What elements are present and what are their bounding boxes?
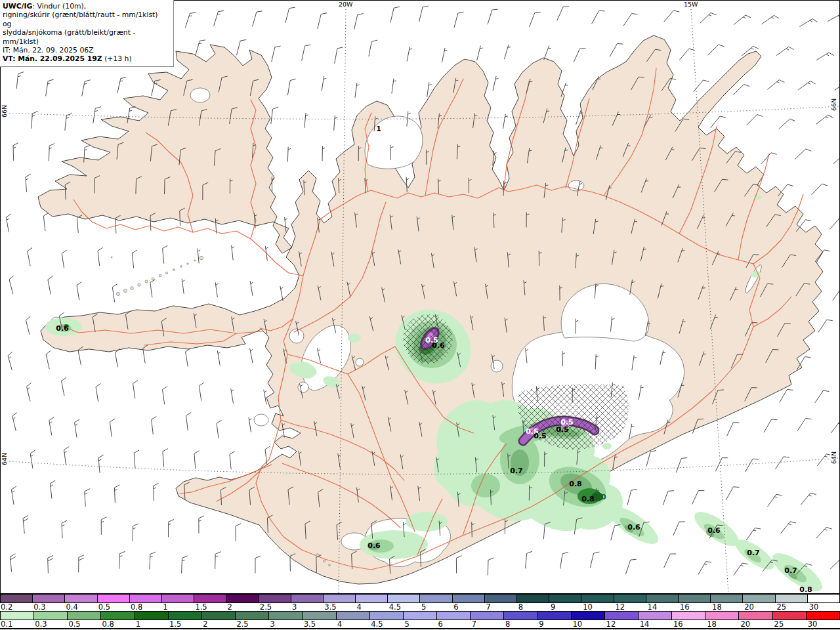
- graticule-label-66n: 66N: [830, 98, 837, 112]
- scale-label: 9: [539, 620, 543, 629]
- scale-label: 25: [774, 620, 784, 629]
- scale-cell-30: [807, 612, 840, 620]
- scale-cell-5: [420, 595, 452, 602]
- scale-label: 4: [337, 620, 342, 629]
- scale-label: 12: [615, 602, 625, 612]
- scale-label: 0.4: [66, 602, 77, 612]
- scale-cell-1: [135, 612, 169, 620]
- precip-value-label: 0.7: [510, 467, 523, 475]
- scale-cell-0.3: [34, 612, 68, 620]
- scale-label: 16: [673, 620, 683, 629]
- scale-cell-25: [776, 595, 808, 602]
- scale-cell-8: [504, 612, 537, 620]
- glacier-drangajokull: [190, 88, 210, 102]
- scale-cell-6: [453, 595, 485, 602]
- scale-cell-18: [711, 595, 743, 602]
- scale-cell-2: [202, 612, 236, 620]
- scale-cell-7: [485, 595, 517, 602]
- scale-cell-0.1: [0, 612, 34, 620]
- scale-label: 30: [809, 602, 819, 612]
- scale-cell-2.5: [236, 612, 269, 620]
- scale-cell-1: [162, 595, 194, 602]
- precip-value-label: 0.8: [581, 495, 595, 503]
- scale-cell-4.5: [370, 612, 404, 620]
- scale-label: 20: [740, 620, 750, 629]
- precip-value-label: 0.6: [432, 341, 445, 350]
- scale-label: 30: [808, 620, 818, 629]
- scale-cell-3: [269, 612, 303, 620]
- title-line-4: IT: Mán. 22. 09. 2025 06Z: [3, 46, 168, 54]
- scale-cell-0.2: [0, 595, 33, 602]
- scale-cell-16: [672, 612, 705, 620]
- scale-label: 2.5: [260, 602, 272, 612]
- scale-cell-12: [605, 612, 639, 620]
- scale-cell-2.5: [259, 595, 291, 602]
- scale-cell-0.5: [98, 595, 130, 602]
- scale-cell-3: [291, 595, 324, 602]
- scale-label: 20: [744, 602, 754, 612]
- precip-value-label: 0.6: [368, 541, 381, 550]
- scale-label: 1.5: [195, 602, 207, 612]
- scale-label: 10: [583, 602, 593, 612]
- scale-cell-10: [572, 612, 605, 620]
- scale-cell-18: [705, 612, 739, 620]
- scale-cell-3.5: [324, 595, 356, 602]
- scale-cell-16: [679, 595, 711, 602]
- scale-cell-25: [773, 612, 807, 620]
- precip-value-label: 0.8: [569, 480, 582, 488]
- lake-thingvallavatn: [254, 414, 268, 426]
- scale-cell-2: [226, 595, 259, 602]
- precip-value-label: 0.6: [56, 324, 69, 333]
- scale-label: 1: [136, 620, 140, 629]
- scale-cell-1.5: [194, 595, 226, 602]
- scale-cell-6: [437, 612, 471, 620]
- title-line-2: rigning/skúrir (grænt/blátt/rautt - mm/1…: [3, 10, 168, 28]
- scale-label: 4.5: [371, 620, 383, 629]
- graticule-label-66n: 66N: [1, 104, 8, 118]
- scale-label: 12: [606, 620, 616, 629]
- scale-label: 1: [163, 602, 167, 612]
- weather-map-stage: 0.610.50.60.50.50.50.50.70.80.81.00.60.6…: [0, 0, 840, 630]
- scale-label: 3: [292, 602, 297, 612]
- iceland-map-svg: [0, 0, 840, 594]
- scale-cell-4: [337, 612, 370, 620]
- scale-cell-10: [581, 595, 614, 602]
- scale-cell-0.3: [33, 595, 65, 602]
- lake-hvitarvatn: [356, 358, 364, 366]
- scale-cell-0.8: [130, 595, 162, 602]
- scale-label: 14: [640, 620, 650, 629]
- scale-cell-12: [614, 595, 646, 602]
- precip-value-label: 0.5: [556, 425, 569, 434]
- scale-cell-0.5: [68, 612, 101, 620]
- scale-cell-9: [549, 595, 581, 602]
- rain-colorbar-labels: 0.10.30.50.811.522.533.544.5567891012141…: [0, 620, 840, 628]
- precip-value-label: 0.8: [799, 585, 812, 594]
- scale-label: 18: [707, 620, 717, 629]
- scale-cell-14: [646, 595, 679, 602]
- scale-label: 0.5: [68, 620, 80, 629]
- scale-label: 16: [680, 602, 690, 612]
- scale-cell-7: [471, 612, 504, 620]
- sleet-snow-colorbar: [0, 594, 840, 603]
- scale-cell-4.5: [388, 595, 420, 602]
- glacier-tungnafellsjokull: [491, 360, 503, 372]
- scale-cell-5: [404, 612, 437, 620]
- scale-label: 4: [357, 602, 362, 612]
- title-box: UWC/IG: Vindur (10m), rigning/skúrir (gr…: [0, 0, 174, 67]
- precip-value-label: 0.5: [534, 432, 547, 440]
- graticule-label-64n: 64N: [830, 451, 837, 465]
- scale-cell-4: [356, 595, 388, 602]
- scale-label: 18: [712, 602, 722, 612]
- scale-label: 5: [404, 620, 409, 629]
- scale-cell-20: [743, 595, 775, 602]
- scale-label: 25: [777, 602, 787, 612]
- scale-label: 0.8: [102, 620, 114, 629]
- title-line-5: VT: Mán. 22.09.2025 19Z (+13 h): [3, 54, 168, 63]
- scale-label: 7: [486, 602, 490, 612]
- scale-label: 0.8: [131, 602, 142, 612]
- precip-value-label: 0.7: [747, 549, 760, 557]
- scale-label: 3.5: [304, 620, 316, 629]
- scale-label: 1.5: [169, 620, 181, 629]
- graticule-label-20w: 20W: [338, 1, 353, 8]
- scale-label: 8: [518, 602, 523, 612]
